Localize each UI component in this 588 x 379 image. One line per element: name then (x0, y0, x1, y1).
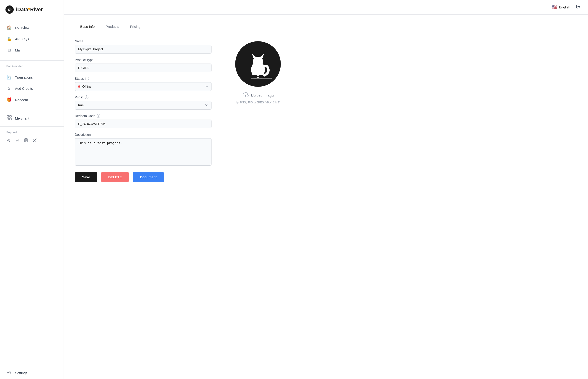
sidebar: L iData*River 🏠 Overview 🔒 API Keys 🖥 Ma… (0, 0, 64, 379)
product-type-input[interactable] (75, 63, 212, 72)
status-field-group: Status i Offline Online (75, 77, 212, 91)
redeem-code-input[interactable] (75, 120, 212, 128)
provider-nav: 🧾 Transations $ Add Credits 🎁 Redeem (0, 69, 64, 108)
receipt-icon: 🧾 (6, 75, 12, 80)
form-left: Name Product Type Status i (75, 39, 212, 182)
svg-point-7 (8, 372, 10, 373)
tab-pricing[interactable]: Pricing (125, 22, 146, 32)
dollar-icon: $ (6, 86, 12, 91)
home-icon: 🏠 (6, 25, 12, 30)
sidebar-item-mall[interactable]: 🖥 Mall (0, 45, 64, 56)
settings-icon (6, 370, 12, 376)
sidebar-label-merchant: Merchant (15, 116, 29, 120)
action-buttons: Save DELETE Document (75, 172, 212, 182)
svg-point-14 (258, 75, 264, 78)
monitor-icon: 🖥 (6, 48, 12, 53)
support-links (0, 135, 64, 147)
svg-point-13 (252, 75, 258, 78)
redeem-code-label: Redeem Code i (75, 114, 212, 118)
public-field-group: Public i true false (75, 95, 212, 110)
public-info-icon[interactable]: i (85, 95, 88, 99)
public-label: Public i (75, 95, 212, 99)
telegram-icon[interactable] (6, 138, 11, 144)
docs-icon[interactable] (24, 138, 28, 144)
sidebar-item-redeem[interactable]: 🎁 Redeem (0, 94, 64, 105)
product-image (235, 41, 281, 87)
svg-text:L: L (8, 8, 10, 11)
form-right: Upload Image tip: PNG, JPG or JPEG (MAX.… (226, 39, 290, 104)
sidebar-bottom: Settings (0, 367, 64, 379)
svg-rect-4 (7, 118, 9, 120)
upload-cloud-icon (242, 92, 249, 99)
upload-label: Upload Image (251, 94, 274, 98)
divider-1 (0, 60, 64, 61)
description-label: Description (75, 133, 212, 136)
save-button[interactable]: Save (75, 172, 97, 182)
svg-rect-2 (7, 115, 9, 117)
form-layout: Name Product Type Status i (75, 39, 577, 182)
sidebar-label-transactions: Transations (15, 75, 33, 79)
divider-4 (0, 149, 64, 149)
flag-icon: 🇺🇸 (552, 5, 557, 10)
for-provider-section: For Provider (0, 63, 64, 69)
description-field-group: Description This is a test project. (75, 133, 212, 167)
logout-button[interactable] (576, 4, 581, 10)
product-type-label: Product Type (75, 58, 212, 62)
tab-base-info[interactable]: Base Info (75, 22, 100, 32)
name-input[interactable] (75, 45, 212, 53)
sidebar-item-settings[interactable]: Settings (0, 367, 64, 379)
public-select[interactable]: true false (75, 101, 212, 110)
status-label: Status i (75, 77, 212, 80)
support-section: Support (0, 128, 64, 135)
main-content: Base Info Products Pricing Name Product … (64, 15, 588, 379)
sidebar-label-api-keys: API Keys (15, 37, 29, 41)
document-button[interactable]: Document (133, 172, 164, 182)
main-nav: 🏠 Overview 🔒 API Keys 🖥 Mall (0, 19, 64, 59)
divider-3 (0, 126, 64, 127)
sidebar-item-api-keys[interactable]: 🔒 API Keys (0, 33, 64, 45)
upload-tip: tip: PNG, JPG or JPEG (MAX. 2 MB) (236, 101, 280, 104)
description-textarea[interactable]: This is a test project. (75, 138, 212, 166)
sidebar-label-add-credits: Add Credits (15, 87, 33, 90)
sidebar-label-mall: Mall (15, 48, 21, 52)
svg-rect-5 (10, 118, 11, 120)
sidebar-item-merchant[interactable]: Merchant (0, 112, 64, 125)
tab-products[interactable]: Products (100, 22, 124, 32)
redeem-info-icon[interactable]: i (97, 114, 100, 118)
topbar: 🇺🇸 English (64, 0, 588, 15)
sidebar-label-overview: Overview (15, 26, 29, 30)
name-label: Name (75, 39, 212, 43)
twitter-icon[interactable] (32, 138, 37, 144)
upload-section[interactable]: Upload Image tip: PNG, JPG or JPEG (MAX.… (236, 92, 280, 104)
tab-bar: Base Info Products Pricing (75, 22, 577, 32)
language-selector[interactable]: 🇺🇸 English (552, 5, 570, 10)
upload-button-area[interactable]: Upload Image (242, 92, 274, 99)
status-info-icon[interactable]: i (85, 77, 89, 80)
logo-icon: L (5, 5, 14, 14)
sidebar-label-settings: Settings (15, 371, 27, 375)
app-name: iData*River (16, 7, 43, 13)
redeem-code-field-group: Redeem Code i (75, 114, 212, 128)
status-select-wrapper: Offline Online (75, 82, 212, 91)
gift-icon: 🎁 (6, 97, 12, 102)
sidebar-item-overview[interactable]: 🏠 Overview (0, 22, 64, 33)
sidebar-label-redeem: Redeem (15, 98, 28, 102)
sidebar-item-add-credits[interactable]: $ Add Credits (0, 83, 64, 94)
product-type-field-group: Product Type (75, 58, 212, 72)
svg-rect-3 (10, 115, 11, 117)
app-logo: L iData*River (0, 0, 64, 19)
announcement-icon[interactable] (15, 138, 20, 144)
svg-point-9 (253, 57, 263, 66)
delete-button[interactable]: DELETE (101, 172, 129, 182)
sidebar-item-transactions[interactable]: 🧾 Transations (0, 72, 64, 83)
divider-2 (0, 110, 64, 110)
lock-icon: 🔒 (6, 36, 12, 41)
language-label: English (559, 5, 570, 9)
status-select[interactable]: Offline Online (75, 82, 212, 91)
name-field-group: Name (75, 39, 212, 53)
merchant-icon (6, 115, 12, 121)
